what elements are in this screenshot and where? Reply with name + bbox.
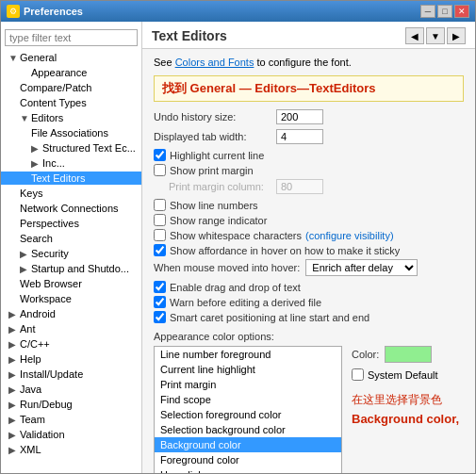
show-print-margin-checkbox[interactable]: [154, 164, 166, 176]
nav-buttons: ◀ ▼ ▶: [405, 27, 466, 44]
minimize-button[interactable]: ─: [420, 5, 435, 18]
expand-arrow-team: ▶: [8, 415, 20, 425]
sidebar-item-run-debug[interactable]: ▶ Run/Debug: [1, 397, 141, 412]
sidebar-item-perspectives[interactable]: Perspectives: [1, 216, 141, 231]
enable-drag-checkbox[interactable]: [154, 281, 166, 293]
sidebar-item-file-associations[interactable]: File Associations: [1, 125, 141, 140]
expand-arrow-editors: ▼: [20, 113, 31, 123]
sidebar: ▼ General Appearance Compare/Patch Conte…: [1, 22, 142, 473]
color-item-selection-bg[interactable]: Selection background color: [155, 422, 341, 437]
label-editors: Editors: [31, 112, 63, 123]
hover-label: When mouse moved into hover:: [154, 262, 300, 273]
search-input[interactable]: [5, 29, 138, 46]
color-options-label: Appearance color options:: [154, 331, 464, 342]
sidebar-item-inc[interactable]: ▶ Inc...: [1, 155, 141, 171]
color-right-panel: Color: System Default 在这里选择背景色 Backgroun…: [352, 346, 459, 426]
color-item-find-scope[interactable]: Find scope: [155, 392, 341, 407]
color-item-current-line-highlight[interactable]: Current line highlight: [155, 362, 341, 377]
print-margin-column-row: Print margin column:: [154, 179, 464, 194]
color-swatch[interactable]: [385, 346, 432, 363]
hover-select[interactable]: Enrich after delay Enrich immediately Ne…: [305, 259, 418, 276]
sidebar-item-java[interactable]: ▶ Java: [1, 382, 141, 397]
expand-arrow-install: ▶: [8, 369, 20, 380]
annotation-bottom-2: Background color,: [352, 412, 459, 426]
smart-caret-row: Smart caret positioning at line start an…: [154, 311, 464, 323]
sidebar-item-android[interactable]: ▶ Android: [1, 306, 141, 321]
undo-history-input[interactable]: [276, 109, 323, 124]
sidebar-item-content-types[interactable]: Content Types: [1, 95, 141, 110]
system-default-label: System Default: [368, 369, 438, 381]
warn-before-checkbox[interactable]: [154, 296, 166, 308]
show-whitespace-checkbox[interactable]: [154, 229, 166, 241]
color-options-row: Line number foreground Current line high…: [154, 346, 464, 473]
label-ant: Ant: [20, 323, 36, 335]
sidebar-item-team[interactable]: ▶ Team: [1, 412, 141, 427]
colors-fonts-link[interactable]: Colors and Fonts: [175, 57, 254, 68]
smart-caret-checkbox[interactable]: [154, 311, 166, 323]
show-print-margin-row: Show print margin: [154, 164, 464, 176]
annotation-banner: 找到 General — Editors—TextEditors: [154, 75, 464, 102]
sidebar-item-xml[interactable]: ▶ XML: [1, 442, 141, 457]
color-item-selection-fg[interactable]: Selection foreground color: [155, 407, 341, 422]
color-item-line-number-fg[interactable]: Line number foreground: [155, 347, 341, 362]
label-help: Help: [20, 353, 41, 365]
sidebar-item-ant[interactable]: ▶ Ant: [1, 321, 141, 336]
show-line-numbers-label: Show line numbers: [170, 200, 258, 211]
label-text-editors: Text Editors: [31, 172, 85, 184]
nav-back-button[interactable]: ◀: [405, 27, 424, 44]
sidebar-item-help[interactable]: ▶ Help: [1, 351, 141, 367]
tab-width-input[interactable]: [276, 129, 323, 144]
show-whitespace-row: Show whitespace characters (configure vi…: [154, 229, 464, 241]
label-android: Android: [20, 308, 56, 319]
sidebar-item-validation[interactable]: ▶ Validation: [1, 427, 141, 442]
colors-fonts-suffix: to configure the font.: [254, 57, 351, 68]
nav-forward-button[interactable]: ▶: [447, 27, 466, 44]
nav-dropdown-button[interactable]: ▼: [426, 27, 445, 44]
color-item-foreground-color[interactable]: Foreground color: [155, 452, 341, 467]
smart-caret-label: Smart caret positioning at line start an…: [170, 312, 369, 323]
system-default-checkbox[interactable]: [352, 368, 364, 381]
annotation-main-text: 找到 General — Editors—TextEditors: [162, 80, 376, 97]
print-margin-column-input[interactable]: [276, 179, 323, 194]
expand-arrow-run-debug: ▶: [8, 400, 20, 410]
sidebar-item-general[interactable]: ▼ General: [1, 50, 141, 65]
sidebar-item-startup[interactable]: ▶ Startup and Shutdo...: [1, 261, 141, 276]
colors-fonts-prefix: See: [154, 57, 175, 68]
sidebar-item-editors[interactable]: ▼ Editors: [1, 110, 141, 125]
expand-arrow-structured: ▶: [31, 143, 42, 154]
sidebar-item-web-browser[interactable]: Web Browser: [1, 276, 141, 291]
sidebar-item-structured-text[interactable]: ▶ Structured Text Ec...: [1, 140, 141, 155]
configure-visibility-link[interactable]: (configure visibility): [305, 230, 394, 241]
panel-title: Text Editors: [152, 28, 227, 43]
show-line-numbers-checkbox[interactable]: [154, 199, 166, 211]
content-area: ▼ General Appearance Compare/Patch Conte…: [1, 22, 475, 473]
label-inc: Inc...: [42, 157, 65, 169]
label-content-types: Content Types: [20, 97, 87, 108]
show-line-numbers-row: Show line numbers: [154, 199, 464, 211]
sidebar-item-network[interactable]: Network Connections: [1, 201, 141, 216]
sidebar-item-security[interactable]: ▶ Security: [1, 246, 141, 261]
label-appearance: Appearance: [31, 67, 87, 78]
undo-history-row: Undo history size:: [154, 109, 464, 124]
sidebar-item-keys[interactable]: Keys: [1, 186, 141, 201]
color-item-hyperlink[interactable]: Hyperlink: [155, 467, 341, 473]
sidebar-item-install-update[interactable]: ▶ Install/Update: [1, 367, 141, 382]
sidebar-item-cpp[interactable]: ▶ C/C++: [1, 336, 141, 351]
show-affordance-checkbox[interactable]: [154, 244, 166, 256]
print-margin-column-label: Print margin column:: [169, 181, 272, 192]
label-search: Search: [20, 233, 53, 244]
label-security: Security: [31, 248, 69, 259]
sidebar-item-compare-patch[interactable]: Compare/Patch: [1, 80, 141, 95]
expand-arrow-cpp: ▶: [8, 339, 20, 350]
color-item-background-color[interactable]: Background color: [155, 437, 341, 452]
undo-history-label: Undo history size:: [154, 111, 276, 123]
show-range-indicator-checkbox[interactable]: [154, 214, 166, 226]
sidebar-item-search[interactable]: Search: [1, 231, 141, 246]
maximize-button[interactable]: □: [437, 5, 452, 18]
highlight-current-line-checkbox[interactable]: [154, 149, 166, 161]
sidebar-item-workspace[interactable]: Workspace: [1, 291, 141, 306]
sidebar-item-appearance[interactable]: Appearance: [1, 65, 141, 80]
close-button[interactable]: ✕: [454, 5, 469, 18]
color-item-print-margin[interactable]: Print margin: [155, 377, 341, 392]
sidebar-item-text-editors[interactable]: Text Editors: [1, 171, 141, 186]
